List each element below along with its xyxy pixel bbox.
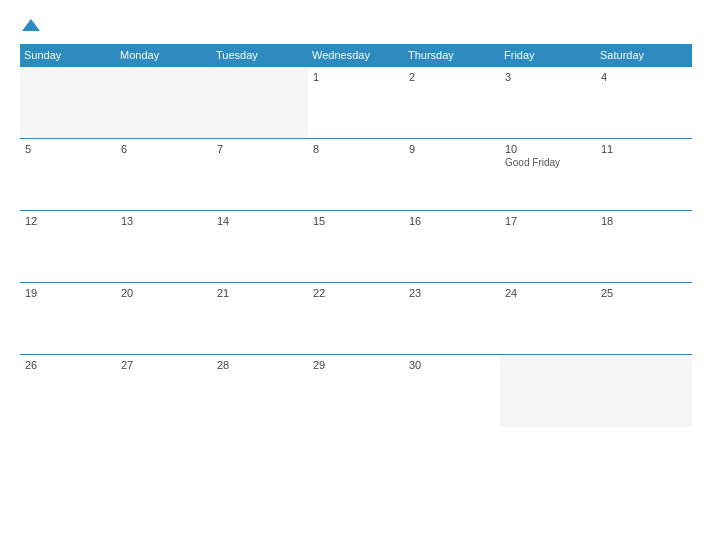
calendar-cell: 9 bbox=[404, 139, 500, 211]
week-row-1: 1234 bbox=[20, 67, 692, 139]
day-number: 5 bbox=[25, 143, 111, 155]
calendar-cell: 16 bbox=[404, 211, 500, 283]
day-number: 14 bbox=[217, 215, 303, 227]
day-number: 20 bbox=[121, 287, 207, 299]
day-number: 19 bbox=[25, 287, 111, 299]
day-number: 3 bbox=[505, 71, 591, 83]
calendar-cell: 11 bbox=[596, 139, 692, 211]
calendar-cell bbox=[116, 67, 212, 139]
weekday-header-sunday: Sunday bbox=[20, 44, 116, 67]
calendar-table: SundayMondayTuesdayWednesdayThursdayFrid… bbox=[20, 44, 692, 427]
day-number: 1 bbox=[313, 71, 399, 83]
calendar-cell: 25 bbox=[596, 283, 692, 355]
day-number: 24 bbox=[505, 287, 591, 299]
calendar-cell: 8 bbox=[308, 139, 404, 211]
day-number: 28 bbox=[217, 359, 303, 371]
calendar-cell: 6 bbox=[116, 139, 212, 211]
day-number: 29 bbox=[313, 359, 399, 371]
day-number: 4 bbox=[601, 71, 687, 83]
calendar-cell: 5 bbox=[20, 139, 116, 211]
day-number: 10 bbox=[505, 143, 591, 155]
calendar-cell bbox=[20, 67, 116, 139]
calendar-cell: 18 bbox=[596, 211, 692, 283]
day-number: 26 bbox=[25, 359, 111, 371]
calendar-cell: 3 bbox=[500, 67, 596, 139]
day-number: 12 bbox=[25, 215, 111, 227]
weekday-header-tuesday: Tuesday bbox=[212, 44, 308, 67]
calendar-cell: 27 bbox=[116, 355, 212, 427]
calendar-cell: 10Good Friday bbox=[500, 139, 596, 211]
day-number: 23 bbox=[409, 287, 495, 299]
logo-icon bbox=[22, 16, 40, 34]
header bbox=[20, 16, 692, 34]
day-number: 2 bbox=[409, 71, 495, 83]
calendar-cell: 24 bbox=[500, 283, 596, 355]
day-number: 9 bbox=[409, 143, 495, 155]
calendar-cell: 19 bbox=[20, 283, 116, 355]
weekday-header-friday: Friday bbox=[500, 44, 596, 67]
day-number: 18 bbox=[601, 215, 687, 227]
calendar-cell: 12 bbox=[20, 211, 116, 283]
day-number: 8 bbox=[313, 143, 399, 155]
weekday-header-monday: Monday bbox=[116, 44, 212, 67]
calendar-cell: 14 bbox=[212, 211, 308, 283]
weekday-header-row: SundayMondayTuesdayWednesdayThursdayFrid… bbox=[20, 44, 692, 67]
svg-marker-0 bbox=[22, 19, 40, 31]
day-number: 21 bbox=[217, 287, 303, 299]
week-row-3: 12131415161718 bbox=[20, 211, 692, 283]
calendar-cell: 22 bbox=[308, 283, 404, 355]
day-number: 16 bbox=[409, 215, 495, 227]
calendar-cell: 20 bbox=[116, 283, 212, 355]
day-number: 17 bbox=[505, 215, 591, 227]
calendar-cell: 15 bbox=[308, 211, 404, 283]
calendar-cell: 4 bbox=[596, 67, 692, 139]
calendar-page: SundayMondayTuesdayWednesdayThursdayFrid… bbox=[0, 0, 712, 550]
day-number: 30 bbox=[409, 359, 495, 371]
day-number: 25 bbox=[601, 287, 687, 299]
day-number: 15 bbox=[313, 215, 399, 227]
calendar-cell: 29 bbox=[308, 355, 404, 427]
day-number: 7 bbox=[217, 143, 303, 155]
calendar-cell bbox=[212, 67, 308, 139]
calendar-cell: 28 bbox=[212, 355, 308, 427]
weekday-header-wednesday: Wednesday bbox=[308, 44, 404, 67]
calendar-cell: 7 bbox=[212, 139, 308, 211]
day-number: 22 bbox=[313, 287, 399, 299]
calendar-cell: 13 bbox=[116, 211, 212, 283]
week-row-2: 5678910Good Friday11 bbox=[20, 139, 692, 211]
week-row-5: 2627282930 bbox=[20, 355, 692, 427]
day-number: 27 bbox=[121, 359, 207, 371]
calendar-cell bbox=[500, 355, 596, 427]
calendar-cell: 2 bbox=[404, 67, 500, 139]
calendar-cell: 26 bbox=[20, 355, 116, 427]
calendar-cell: 1 bbox=[308, 67, 404, 139]
day-number: 11 bbox=[601, 143, 687, 155]
week-row-4: 19202122232425 bbox=[20, 283, 692, 355]
calendar-cell bbox=[596, 355, 692, 427]
holiday-label: Good Friday bbox=[505, 157, 591, 168]
logo bbox=[20, 16, 40, 34]
day-number: 13 bbox=[121, 215, 207, 227]
calendar-cell: 17 bbox=[500, 211, 596, 283]
calendar-cell: 30 bbox=[404, 355, 500, 427]
calendar-cell: 21 bbox=[212, 283, 308, 355]
calendar-cell: 23 bbox=[404, 283, 500, 355]
weekday-header-saturday: Saturday bbox=[596, 44, 692, 67]
day-number: 6 bbox=[121, 143, 207, 155]
weekday-header-thursday: Thursday bbox=[404, 44, 500, 67]
